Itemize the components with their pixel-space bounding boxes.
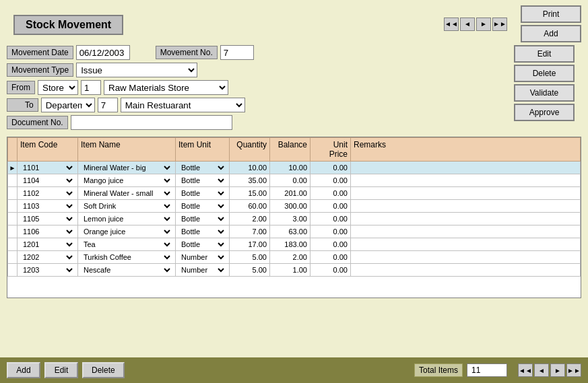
row-remarks[interactable]: [351, 162, 581, 174]
approve-button[interactable]: Approve: [514, 104, 575, 121]
to-name-select[interactable]: Main Restuarant: [121, 98, 245, 112]
to-id-input[interactable]: [98, 98, 118, 112]
row-code[interactable]: 1103: [18, 200, 78, 213]
from-type-select[interactable]: Store: [38, 80, 78, 95]
row-remarks[interactable]: [351, 174, 581, 187]
bottom-delete-button[interactable]: Delete: [82, 362, 125, 378]
row-name[interactable]: Mango juice: [78, 174, 176, 187]
row-remarks[interactable]: [351, 200, 581, 213]
row-unit[interactable]: Bottle: [176, 200, 230, 213]
remarks-input[interactable]: [354, 240, 577, 248]
table-row[interactable]: 1106 Orange juice Bottle 7.00 63.00 0.00: [8, 225, 581, 238]
row-name[interactable]: Lemon juice: [78, 213, 176, 225]
name-select[interactable]: Lemon juice: [81, 214, 172, 223]
bottom-add-button[interactable]: Add: [7, 362, 40, 378]
row-remarks[interactable]: [351, 225, 581, 238]
row-code[interactable]: 1202: [18, 251, 78, 264]
nav-last-btn[interactable]: ►►: [492, 18, 507, 31]
remarks-input[interactable]: [354, 228, 577, 236]
row-unit[interactable]: Bottle: [176, 174, 230, 187]
from-id-input[interactable]: [81, 80, 101, 95]
name-select[interactable]: Nescafe: [81, 265, 172, 275]
table-row[interactable]: 1203 Nescafe Number 5.00 1.00 0.00: [8, 264, 581, 277]
movement-date-input[interactable]: [76, 45, 130, 60]
print-button[interactable]: Print: [521, 5, 581, 23]
row-code[interactable]: 1203: [18, 264, 78, 277]
row-name[interactable]: Turkish Coffee: [78, 251, 176, 264]
unit-select[interactable]: Bottle: [178, 176, 226, 185]
document-no-input[interactable]: [71, 115, 232, 130]
code-select[interactable]: 1201: [20, 240, 75, 249]
table-row[interactable]: 1102 Mineral Water - small Bottle 15.00 …: [8, 187, 581, 200]
row-code[interactable]: 1105: [18, 213, 78, 225]
edit-button[interactable]: Edit: [514, 45, 575, 63]
row-unit[interactable]: Bottle: [176, 213, 230, 225]
nav-first-btn[interactable]: ◄◄: [444, 18, 459, 31]
row-unit[interactable]: Number: [176, 264, 230, 277]
remarks-input[interactable]: [354, 215, 577, 223]
row-remarks[interactable]: [351, 213, 581, 225]
row-unit[interactable]: Bottle: [176, 187, 230, 200]
remarks-input[interactable]: [354, 266, 577, 274]
row-name[interactable]: Mineral Water - small: [78, 187, 176, 200]
movement-type-select[interactable]: Issue: [76, 63, 197, 77]
bottom-nav-next-btn[interactable]: ►: [550, 363, 565, 377]
code-select[interactable]: 1101: [20, 163, 75, 172]
validate-button[interactable]: Validate: [514, 84, 575, 102]
row-name[interactable]: Mineral Water - big: [78, 162, 176, 174]
unit-select[interactable]: Bottle: [178, 227, 226, 236]
code-select[interactable]: 1105: [20, 214, 75, 223]
name-select[interactable]: Tea: [81, 240, 172, 249]
name-select[interactable]: Mineral Water - big: [81, 163, 172, 172]
row-name[interactable]: Orange juice: [78, 225, 176, 238]
to-type-select[interactable]: Departement: [41, 98, 95, 112]
unit-select[interactable]: Bottle: [178, 201, 226, 211]
nav-prev-btn[interactable]: ◄: [460, 18, 475, 31]
table-row[interactable]: ► 1101 Mineral Water - big Bottle 10.00 …: [8, 162, 581, 174]
row-remarks[interactable]: [351, 238, 581, 251]
code-select[interactable]: 1103: [20, 201, 75, 211]
code-select[interactable]: 1203: [20, 265, 75, 275]
code-select[interactable]: 1202: [20, 252, 75, 262]
unit-select[interactable]: Bottle: [178, 188, 226, 198]
row-unit[interactable]: Bottle: [176, 238, 230, 251]
delete-button[interactable]: Delete: [514, 65, 575, 82]
row-unit[interactable]: Bottle: [176, 162, 230, 174]
name-select[interactable]: Orange juice: [81, 227, 172, 236]
bottom-nav-first-btn[interactable]: ◄◄: [518, 363, 533, 377]
row-code[interactable]: 1201: [18, 238, 78, 251]
row-remarks[interactable]: [351, 264, 581, 277]
add-button[interactable]: Add: [521, 25, 581, 42]
table-row[interactable]: 1103 Soft Drink Bottle 60.00 300.00 0.00: [8, 200, 581, 213]
name-select[interactable]: Soft Drink: [81, 201, 172, 211]
unit-select[interactable]: Number: [178, 252, 226, 262]
table-row[interactable]: 1105 Lemon juice Bottle 2.00 3.00 0.00: [8, 213, 581, 225]
remarks-input[interactable]: [354, 176, 577, 184]
bottom-nav-prev-btn[interactable]: ◄: [534, 363, 549, 377]
remarks-input[interactable]: [354, 202, 577, 210]
unit-select[interactable]: Bottle: [178, 240, 226, 249]
remarks-input[interactable]: [354, 189, 577, 197]
from-name-select[interactable]: Raw Materials Store: [104, 80, 228, 95]
code-select[interactable]: 1102: [20, 188, 75, 198]
remarks-input[interactable]: [354, 164, 577, 172]
row-code[interactable]: 1104: [18, 174, 78, 187]
remarks-input[interactable]: [354, 253, 577, 261]
code-select[interactable]: 1104: [20, 176, 75, 185]
row-name[interactable]: Soft Drink: [78, 200, 176, 213]
row-unit[interactable]: Number: [176, 251, 230, 264]
row-remarks[interactable]: [351, 251, 581, 264]
table-row[interactable]: 1202 Turkish Coffee Number 5.00 2.00 0.0…: [8, 251, 581, 264]
table-row[interactable]: 1104 Mango juice Bottle 35.00 0.00 0.00: [8, 174, 581, 187]
name-select[interactable]: Mango juice: [81, 176, 172, 185]
unit-select[interactable]: Bottle: [178, 214, 226, 223]
table-row[interactable]: 1201 Tea Bottle 17.00 183.00 0.00: [8, 238, 581, 251]
row-code[interactable]: 1101: [18, 162, 78, 174]
name-select[interactable]: Turkish Coffee: [81, 252, 172, 262]
bottom-nav-last-btn[interactable]: ►►: [566, 363, 581, 377]
movement-no-input[interactable]: [220, 45, 254, 60]
bottom-edit-button[interactable]: Edit: [44, 362, 78, 378]
row-code[interactable]: 1102: [18, 187, 78, 200]
name-select[interactable]: Mineral Water - small: [81, 188, 172, 198]
nav-next-btn[interactable]: ►: [476, 18, 491, 31]
